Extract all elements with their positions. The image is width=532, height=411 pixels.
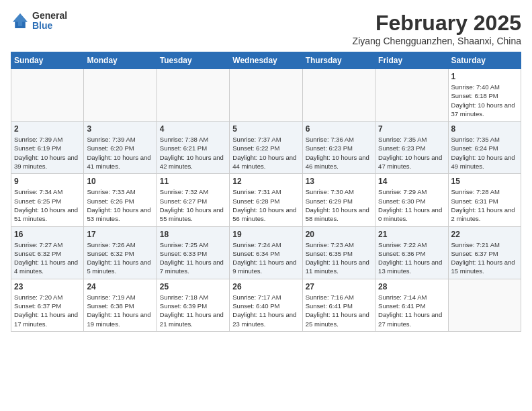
day-number: 28 xyxy=(378,282,445,291)
logo: General Blue xyxy=(11,11,67,32)
calendar-day-cell: 13Sunrise: 7:30 AM Sunset: 6:29 PM Dayli… xyxy=(302,174,375,226)
day-number: 19 xyxy=(232,230,299,239)
day-info: Sunrise: 7:17 AM Sunset: 6:40 PM Dayligh… xyxy=(232,293,299,328)
day-info: Sunrise: 7:37 AM Sunset: 6:22 PM Dayligh… xyxy=(232,135,299,171)
day-number: 11 xyxy=(160,177,226,186)
calendar-day-cell: 18Sunrise: 7:25 AM Sunset: 6:33 PM Dayli… xyxy=(157,226,229,279)
calendar-day-cell: 2Sunrise: 7:39 AM Sunset: 6:19 PM Daylig… xyxy=(11,122,84,174)
day-info: Sunrise: 7:39 AM Sunset: 6:19 PM Dayligh… xyxy=(14,135,81,171)
calendar-day-cell xyxy=(84,69,157,122)
day-info: Sunrise: 7:29 AM Sunset: 6:30 PM Dayligh… xyxy=(378,187,445,223)
day-number: 17 xyxy=(87,230,153,239)
calendar-day-cell: 27Sunrise: 7:16 AM Sunset: 6:41 PM Dayli… xyxy=(302,279,375,331)
day-info: Sunrise: 7:27 AM Sunset: 6:32 PM Dayligh… xyxy=(14,240,81,276)
weekday-header: Wednesday xyxy=(230,52,302,69)
weekday-header: Saturday xyxy=(448,52,521,69)
calendar-day-cell xyxy=(375,69,448,122)
day-number: 13 xyxy=(306,177,372,186)
day-info: Sunrise: 7:19 AM Sunset: 6:38 PM Dayligh… xyxy=(87,293,153,328)
weekday-header: Thursday xyxy=(302,52,375,69)
day-info: Sunrise: 7:23 AM Sunset: 6:35 PM Dayligh… xyxy=(306,240,372,276)
day-number: 15 xyxy=(451,177,518,186)
day-info: Sunrise: 7:21 AM Sunset: 6:37 PM Dayligh… xyxy=(451,240,518,276)
weekday-header: Friday xyxy=(375,52,448,69)
calendar-day-cell: 17Sunrise: 7:26 AM Sunset: 6:32 PM Dayli… xyxy=(84,226,157,279)
calendar-day-cell: 15Sunrise: 7:28 AM Sunset: 6:31 PM Dayli… xyxy=(448,174,521,226)
day-number: 4 xyxy=(160,124,226,134)
day-number: 27 xyxy=(306,282,372,291)
day-number: 14 xyxy=(378,177,445,186)
day-info: Sunrise: 7:22 AM Sunset: 6:36 PM Dayligh… xyxy=(378,240,445,276)
calendar-week-row: 16Sunrise: 7:27 AM Sunset: 6:32 PM Dayli… xyxy=(11,226,521,279)
calendar-day-cell: 19Sunrise: 7:24 AM Sunset: 6:34 PM Dayli… xyxy=(230,226,302,279)
calendar-day-cell: 4Sunrise: 7:38 AM Sunset: 6:21 PM Daylig… xyxy=(157,122,229,174)
weekday-header: Tuesday xyxy=(157,52,229,69)
calendar-day-cell xyxy=(448,279,521,331)
calendar-day-cell: 10Sunrise: 7:33 AM Sunset: 6:26 PM Dayli… xyxy=(84,174,157,226)
calendar-day-cell: 20Sunrise: 7:23 AM Sunset: 6:35 PM Dayli… xyxy=(302,226,375,279)
day-number: 24 xyxy=(87,282,153,291)
day-number: 3 xyxy=(87,124,153,134)
calendar-day-cell: 1Sunrise: 7:40 AM Sunset: 6:18 PM Daylig… xyxy=(448,69,521,122)
calendar-day-cell: 16Sunrise: 7:27 AM Sunset: 6:32 PM Dayli… xyxy=(11,226,84,279)
day-info: Sunrise: 7:33 AM Sunset: 6:26 PM Dayligh… xyxy=(87,187,153,223)
calendar-day-cell: 23Sunrise: 7:20 AM Sunset: 6:37 PM Dayli… xyxy=(11,279,84,331)
calendar-day-cell: 11Sunrise: 7:32 AM Sunset: 6:27 PM Dayli… xyxy=(157,174,229,226)
day-number: 23 xyxy=(14,282,81,291)
weekday-header: Sunday xyxy=(11,52,84,69)
day-info: Sunrise: 7:30 AM Sunset: 6:29 PM Dayligh… xyxy=(306,187,372,223)
calendar-day-cell: 8Sunrise: 7:35 AM Sunset: 6:24 PM Daylig… xyxy=(448,122,521,174)
calendar-day-cell: 21Sunrise: 7:22 AM Sunset: 6:36 PM Dayli… xyxy=(375,226,448,279)
day-number: 8 xyxy=(451,124,518,134)
calendar-day-cell xyxy=(230,69,302,122)
logo-general-text: General xyxy=(32,11,67,21)
day-number: 25 xyxy=(160,282,226,291)
calendar-table: SundayMondayTuesdayWednesdayThursdayFrid… xyxy=(11,52,521,332)
day-info: Sunrise: 7:18 AM Sunset: 6:39 PM Dayligh… xyxy=(160,293,226,328)
page-header: General Blue February 2025 Ziyang Chengg… xyxy=(11,11,521,46)
calendar-day-cell xyxy=(157,69,229,122)
day-number: 10 xyxy=(87,177,153,186)
calendar-day-cell xyxy=(302,69,375,122)
logo-text: General Blue xyxy=(32,11,67,32)
calendar-day-cell: 14Sunrise: 7:29 AM Sunset: 6:30 PM Dayli… xyxy=(375,174,448,226)
day-info: Sunrise: 7:20 AM Sunset: 6:37 PM Dayligh… xyxy=(14,293,81,328)
day-info: Sunrise: 7:16 AM Sunset: 6:41 PM Dayligh… xyxy=(306,293,372,328)
calendar-day-cell: 12Sunrise: 7:31 AM Sunset: 6:28 PM Dayli… xyxy=(230,174,302,226)
day-info: Sunrise: 7:32 AM Sunset: 6:27 PM Dayligh… xyxy=(160,187,226,223)
calendar-week-row: 1Sunrise: 7:40 AM Sunset: 6:18 PM Daylig… xyxy=(11,69,521,122)
day-info: Sunrise: 7:38 AM Sunset: 6:21 PM Dayligh… xyxy=(160,135,226,171)
day-info: Sunrise: 7:34 AM Sunset: 6:25 PM Dayligh… xyxy=(14,187,81,223)
day-number: 5 xyxy=(232,124,299,134)
calendar-day-cell: 22Sunrise: 7:21 AM Sunset: 6:37 PM Dayli… xyxy=(448,226,521,279)
day-info: Sunrise: 7:26 AM Sunset: 6:32 PM Dayligh… xyxy=(87,240,153,276)
day-info: Sunrise: 7:36 AM Sunset: 6:23 PM Dayligh… xyxy=(306,135,372,171)
day-number: 2 xyxy=(14,124,81,134)
calendar-day-cell: 7Sunrise: 7:35 AM Sunset: 6:23 PM Daylig… xyxy=(375,122,448,174)
calendar-day-cell: 6Sunrise: 7:36 AM Sunset: 6:23 PM Daylig… xyxy=(302,122,375,174)
weekday-header: Monday xyxy=(84,52,157,69)
calendar-header-row: SundayMondayTuesdayWednesdayThursdayFrid… xyxy=(11,52,521,69)
calendar-day-cell xyxy=(11,69,84,122)
day-number: 9 xyxy=(14,177,81,186)
calendar-week-row: 2Sunrise: 7:39 AM Sunset: 6:19 PM Daylig… xyxy=(11,122,521,174)
day-number: 12 xyxy=(232,177,299,186)
logo-icon xyxy=(11,11,30,30)
day-info: Sunrise: 7:35 AM Sunset: 6:23 PM Dayligh… xyxy=(378,135,445,171)
day-number: 18 xyxy=(160,230,226,239)
day-info: Sunrise: 7:39 AM Sunset: 6:20 PM Dayligh… xyxy=(87,135,153,171)
day-info: Sunrise: 7:14 AM Sunset: 6:41 PM Dayligh… xyxy=(378,293,445,328)
calendar-week-row: 9Sunrise: 7:34 AM Sunset: 6:25 PM Daylig… xyxy=(11,174,521,226)
day-info: Sunrise: 7:35 AM Sunset: 6:24 PM Dayligh… xyxy=(451,135,518,171)
calendar-day-cell: 9Sunrise: 7:34 AM Sunset: 6:25 PM Daylig… xyxy=(11,174,84,226)
day-info: Sunrise: 7:31 AM Sunset: 6:28 PM Dayligh… xyxy=(232,187,299,223)
day-number: 20 xyxy=(306,230,372,239)
calendar-day-cell: 25Sunrise: 7:18 AM Sunset: 6:39 PM Dayli… xyxy=(157,279,229,331)
calendar-day-cell: 3Sunrise: 7:39 AM Sunset: 6:20 PM Daylig… xyxy=(84,122,157,174)
day-number: 26 xyxy=(232,282,299,291)
day-number: 6 xyxy=(306,124,372,134)
calendar-day-cell: 26Sunrise: 7:17 AM Sunset: 6:40 PM Dayli… xyxy=(230,279,302,331)
day-info: Sunrise: 7:28 AM Sunset: 6:31 PM Dayligh… xyxy=(451,187,518,223)
day-number: 16 xyxy=(14,230,81,239)
calendar-title: February 2025 xyxy=(353,11,521,36)
